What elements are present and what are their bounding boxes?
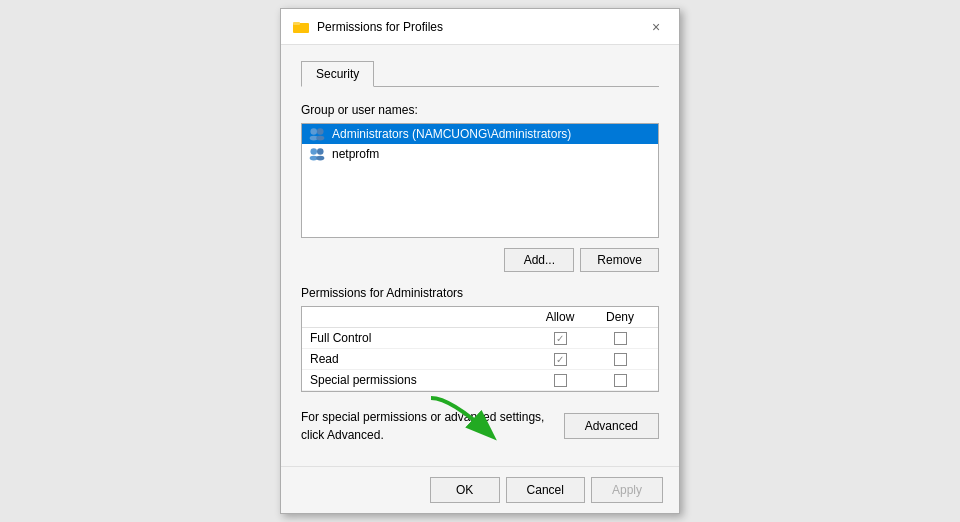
permissions-label: Permissions for Administrators xyxy=(301,286,659,300)
permissions-header: Allow Deny xyxy=(302,307,658,328)
advanced-button[interactable]: Advanced xyxy=(564,413,659,439)
ok-button[interactable]: OK xyxy=(430,477,500,503)
dialog-title: Permissions for Profiles xyxy=(317,20,443,34)
table-row: Special permissions xyxy=(302,370,658,391)
special-allow-checkbox[interactable] xyxy=(554,374,567,387)
tab-security[interactable]: Security xyxy=(301,61,374,87)
add-button[interactable]: Add... xyxy=(504,248,574,272)
allow-header: Allow xyxy=(530,310,590,324)
perm-name: Special permissions xyxy=(310,373,530,387)
read-allow-checkbox[interactable]: ✓ xyxy=(554,353,567,366)
svg-point-2 xyxy=(310,128,317,135)
add-remove-row: Add... Remove xyxy=(301,248,659,272)
svg-point-9 xyxy=(316,156,324,161)
administrators-icon xyxy=(308,127,326,141)
user-name: Administrators (NAMCUONG\Administrators) xyxy=(332,127,571,141)
netprofm-icon xyxy=(308,147,326,161)
dialog-footer: OK Cancel Apply xyxy=(281,466,679,513)
table-row: Read ✓ xyxy=(302,349,658,370)
advanced-row: For special permissions or advanced sett… xyxy=(301,402,659,450)
advanced-description: For special permissions or advanced sett… xyxy=(301,408,564,444)
full-control-allow-checkbox[interactable]: ✓ xyxy=(554,332,567,345)
dialog-content: Security Group or user names: Administra… xyxy=(281,45,679,466)
list-item[interactable]: Administrators (NAMCUONG\Administrators) xyxy=(302,124,658,144)
cancel-button[interactable]: Cancel xyxy=(506,477,585,503)
folder-icon xyxy=(293,19,309,35)
users-list[interactable]: Administrators (NAMCUONG\Administrators)… xyxy=(301,123,659,238)
desktop-background: Permissions for Profiles × Security Grou… xyxy=(0,0,960,522)
remove-button[interactable]: Remove xyxy=(580,248,659,272)
user-name: netprofm xyxy=(332,147,379,161)
special-deny-checkbox[interactable] xyxy=(614,374,627,387)
perm-name: Read xyxy=(310,352,530,366)
permissions-table: Allow Deny Full Control ✓ Read ✓ xyxy=(301,306,659,392)
svg-rect-1 xyxy=(293,22,300,25)
svg-point-5 xyxy=(316,136,324,141)
full-control-deny-checkbox[interactable] xyxy=(614,332,627,345)
group-section-label: Group or user names: xyxy=(301,103,659,117)
close-button[interactable]: × xyxy=(645,16,667,38)
permissions-dialog: Permissions for Profiles × Security Grou… xyxy=(280,8,680,514)
svg-point-6 xyxy=(310,148,317,155)
table-row: Full Control ✓ xyxy=(302,328,658,349)
perm-name: Full Control xyxy=(310,331,530,345)
list-item[interactable]: netprofm xyxy=(302,144,658,164)
read-deny-checkbox[interactable] xyxy=(614,353,627,366)
svg-point-8 xyxy=(317,148,324,155)
deny-header: Deny xyxy=(590,310,650,324)
apply-button[interactable]: Apply xyxy=(591,477,663,503)
tab-bar: Security xyxy=(301,61,659,87)
title-bar: Permissions for Profiles × xyxy=(281,9,679,45)
svg-point-4 xyxy=(317,128,324,135)
